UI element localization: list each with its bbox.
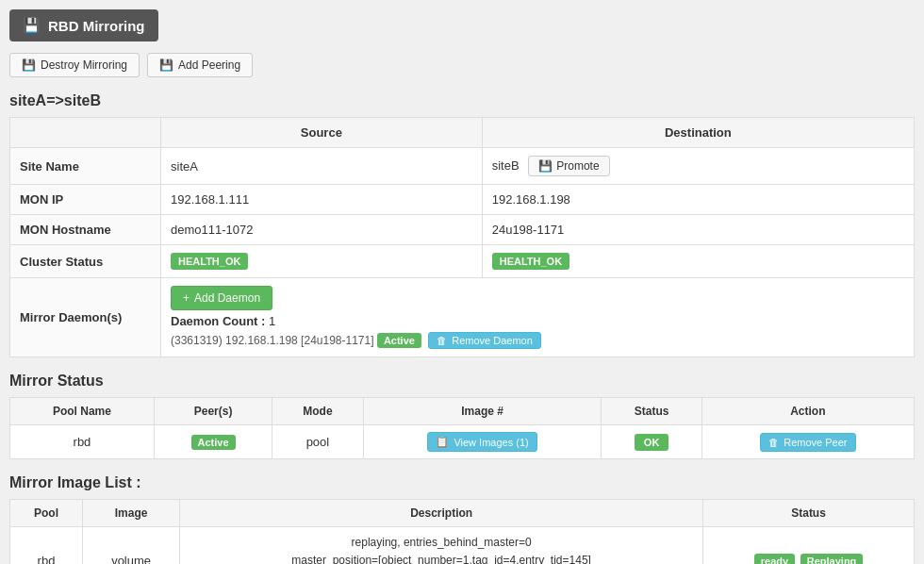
col-status: Status	[602, 398, 701, 425]
source-mon-ip: 192.168.1.111	[161, 185, 483, 215]
row-label-mon-ip: MON IP	[10, 185, 161, 215]
ready-badge: ready	[754, 554, 795, 564]
row-label-cluster-status: Cluster Status	[10, 245, 161, 278]
add-daemon-button[interactable]: + Add Daemon	[171, 286, 272, 310]
destination-mon-hostname: 24u198-1171	[482, 215, 914, 245]
col-image: Image	[83, 500, 180, 527]
mirror-image-list-title: Mirror Image List :	[9, 474, 915, 491]
daemon-status-badge: Active	[377, 333, 421, 348]
ms-image: 📋 View Images (1)	[363, 425, 602, 459]
promote-icon: 💾	[538, 159, 553, 173]
source-health-badge: HEALTH_OK	[171, 253, 248, 270]
table-row-mon-ip: MON IP 192.168.1.111 192.168.1.198	[10, 185, 915, 215]
row-label-mirror-daemons: Mirror Daemon(s)	[10, 278, 161, 357]
col-img-status: Status	[703, 500, 915, 527]
destination-health-badge: HEALTH_OK	[492, 253, 569, 270]
row-label-site: Site Name	[10, 148, 161, 185]
table-row-cluster-status: Cluster Status HEALTH_OK HEALTH_OK	[10, 245, 915, 278]
mirror-status-row: rbd Active pool 📋 View Images (1) OK 🗑 R…	[10, 425, 915, 459]
mirror-status-table: Pool Name Peer(s) Mode Image # Status Ac…	[9, 397, 915, 459]
header-icon: 💾	[23, 17, 41, 34]
page-header: 💾 RBD Mirroring	[9, 9, 158, 41]
remove-peer-button[interactable]: 🗑 Remove Peer	[760, 433, 855, 452]
img-pool: rbd	[10, 527, 83, 565]
toolbar: 💾 Destroy Mirroring 💾 Add Peering	[9, 53, 915, 77]
section-title: siteA=>siteB	[9, 92, 915, 109]
ms-peers: Active	[154, 425, 272, 459]
ms-action: 🗑 Remove Peer	[701, 425, 914, 459]
ms-status: OK	[602, 425, 701, 459]
trash-peer-icon: 🗑	[768, 437, 779, 448]
mirror-status-title: Mirror Status	[9, 373, 915, 390]
img-image: volume	[83, 527, 180, 565]
source-site: siteA	[161, 148, 483, 185]
destroy-mirroring-button[interactable]: 💾 Destroy Mirroring	[9, 53, 140, 77]
page-title: RBD Mirroring	[48, 18, 145, 34]
img-description: replaying, entries_behind_master=0 maste…	[180, 527, 703, 565]
trash-icon: 🗑	[437, 335, 447, 346]
add-peering-icon: 💾	[159, 58, 173, 72]
destination-header: Destination	[482, 118, 914, 148]
promote-button[interactable]: 💾 Promote	[528, 156, 609, 176]
source-cluster-status: HEALTH_OK	[161, 245, 483, 278]
table-row-site-name: Site Name siteA siteB 💾 Promote	[10, 148, 915, 185]
image-list-row: rbd volume replaying, entries_behind_mas…	[10, 527, 915, 565]
col-pool: Pool	[10, 500, 83, 527]
peers-active-badge: Active	[191, 435, 236, 450]
ms-mode: pool	[272, 425, 363, 459]
add-daemon-icon: +	[183, 291, 190, 305]
source-mon-hostname: demo111-1072	[161, 215, 483, 245]
info-table: Source Destination Site Name siteA siteB…	[9, 117, 915, 357]
daemon-section: + Add Daemon Daemon Count : 1 (3361319) …	[171, 286, 904, 349]
status-ok-badge: OK	[635, 434, 669, 451]
view-images-button[interactable]: 📋 View Images (1)	[427, 432, 536, 452]
destroy-icon: 💾	[22, 58, 36, 72]
destination-mon-ip: 192.168.1.198	[482, 185, 914, 215]
destination-site: siteB 💾 Promote	[482, 148, 914, 185]
replaying-badge: Replaying	[800, 554, 864, 564]
mirror-image-table: Pool Image Description Status rbd volume…	[9, 499, 915, 564]
table-icon: 📋	[436, 436, 449, 448]
col-description: Description	[180, 500, 703, 527]
col-action: Action	[701, 398, 914, 425]
col-mode: Mode	[272, 398, 363, 425]
table-row-mon-hostname: MON Hostname demo111-1072 24u198-1171	[10, 215, 915, 245]
daemon-info: (3361319) 192.168.1.198 [24u198-1171] Ac…	[171, 332, 904, 349]
row-label-mon-hostname: MON Hostname	[10, 215, 161, 245]
table-row-mirror-daemons: Mirror Daemon(s) + Add Daemon Daemon Cou…	[10, 278, 915, 357]
daemon-cell: + Add Daemon Daemon Count : 1 (3361319) …	[161, 278, 915, 357]
empty-header	[10, 118, 161, 148]
col-peers: Peer(s)	[154, 398, 272, 425]
col-pool-name: Pool Name	[10, 398, 155, 425]
daemon-count: Daemon Count : 1	[171, 314, 904, 328]
col-image-num: Image #	[363, 398, 602, 425]
destination-cluster-status: HEALTH_OK	[482, 245, 914, 278]
source-header: Source	[161, 118, 483, 148]
add-peering-button[interactable]: 💾 Add Peering	[147, 53, 253, 77]
img-status: ready Replaying	[703, 527, 915, 565]
remove-daemon-button[interactable]: 🗑 Remove Daemon	[428, 332, 541, 349]
ms-pool: rbd	[10, 425, 155, 459]
